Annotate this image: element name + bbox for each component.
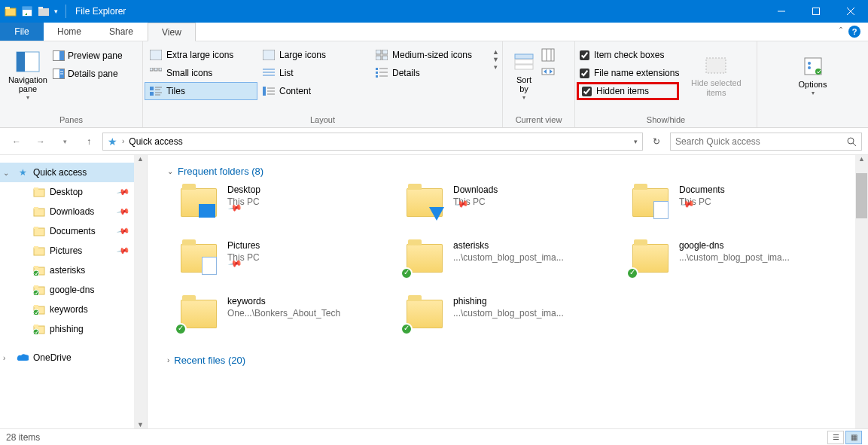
tree-item-asterisks[interactable]: asterisks <box>0 261 147 280</box>
navigation-pane-button[interactable]: Navigation pane ▾ <box>5 44 51 105</box>
preview-pane-icon <box>53 50 65 62</box>
layout-extra-large-icons[interactable]: Extra large icons <box>145 46 257 64</box>
tile-pictures[interactable]: PicturesThis PC📌 <box>178 240 396 276</box>
hide-selected-button[interactable]: Hide selected items <box>687 44 745 105</box>
svg-rect-22 <box>376 56 381 60</box>
details-view-button[interactable]: ☰ <box>827 431 844 444</box>
tab-file[interactable]: File <box>0 23 44 41</box>
search-icon <box>846 136 857 147</box>
options-button[interactable]: Options ▾ <box>790 44 836 105</box>
maximize-button[interactable] <box>799 0 833 23</box>
svg-rect-62 <box>34 209 44 216</box>
svg-rect-21 <box>382 50 388 54</box>
folder-icon <box>178 184 220 221</box>
item-checkboxes-checkbox[interactable]: Item check boxes <box>580 46 679 64</box>
qat-newfolder-icon[interactable] <box>38 5 50 17</box>
tree-item-phishing[interactable]: phishing <box>0 319 147 339</box>
chevron-right-icon[interactable]: › <box>3 354 5 362</box>
recent-locations-button[interactable]: ▾ <box>54 131 75 152</box>
close-button[interactable] <box>833 0 868 23</box>
qat-properties-icon[interactable] <box>21 5 33 17</box>
add-columns-icon[interactable] <box>541 47 556 62</box>
nav-row: ← → ▾ ↑ ★ › Quick access ▾ ↻ Search Quic… <box>0 128 868 155</box>
folder-icon <box>178 240 220 276</box>
hidden-items-checkbox[interactable]: Hidden items <box>577 82 679 100</box>
back-button[interactable]: ← <box>6 131 27 152</box>
svg-rect-19 <box>263 50 275 60</box>
chevron-down-icon[interactable]: ⌄ <box>3 169 9 177</box>
tree-scrollbar[interactable]: ▲▼ <box>134 155 147 428</box>
tile-downloads[interactable]: DownloadsThis PC📌 <box>404 184 622 221</box>
layout-tiles[interactable]: Tiles <box>145 82 257 100</box>
hide-selected-icon <box>704 53 728 77</box>
ribbon-collapse-icon[interactable]: ˆ <box>839 26 842 37</box>
chevron-down-icon: ▾ <box>26 94 29 101</box>
layout-scroll[interactable]: ▲▼▾ <box>491 46 501 73</box>
tree-item-keywords[interactable]: keywords <box>0 300 147 319</box>
folder-icon <box>33 245 45 257</box>
tree-onedrive[interactable]: › OneDrive <box>0 348 147 367</box>
tree-item-downloads[interactable]: Downloads📌 <box>0 202 147 221</box>
tile-keywords[interactable]: keywordsOne...\Bonkers_About_Tech <box>178 296 396 332</box>
help-icon[interactable]: ? <box>848 26 860 38</box>
chevron-right-icon: › <box>167 356 169 364</box>
svg-rect-66 <box>34 248 44 255</box>
details-pane-icon <box>53 68 65 80</box>
tiles-view-button[interactable]: ▦ <box>845 431 862 444</box>
layout-small-icons[interactable]: Small icons <box>145 64 257 82</box>
tab-home[interactable]: Home <box>44 23 96 41</box>
details-pane-button[interactable]: Details pane <box>51 66 124 82</box>
tile-phishing[interactable]: phishing...\custom_blog_post_ima... <box>404 296 622 332</box>
preview-pane-button[interactable]: Preview pane <box>51 47 124 64</box>
qat-dropdown-icon[interactable]: ▾ <box>54 8 58 15</box>
tile-asterisks[interactable]: asterisks...\custom_blog_post_ima... <box>404 240 622 276</box>
tree-item-desktop[interactable]: Desktop📌 <box>0 182 147 202</box>
tile-desktop[interactable]: DesktopThis PC📌 <box>178 184 396 221</box>
forward-button[interactable]: → <box>30 131 51 152</box>
svg-rect-53 <box>706 58 726 73</box>
address-bar[interactable]: ★ › Quick access ▾ <box>102 133 643 151</box>
size-columns-icon[interactable] <box>541 64 556 79</box>
layout-content[interactable]: Content <box>257 82 370 100</box>
tab-view[interactable]: View <box>148 23 196 41</box>
layout-details[interactable]: Details <box>370 64 491 82</box>
folder-icon <box>404 184 446 221</box>
tree-item-google-dns[interactable]: google-dns <box>0 280 147 300</box>
svg-rect-69 <box>34 266 38 268</box>
folder-icon <box>178 296 220 332</box>
section-frequent-folders[interactable]: ⌄ Frequent folders (8) <box>148 155 868 184</box>
svg-rect-5 <box>38 7 43 9</box>
folder-icon <box>33 284 45 296</box>
up-button[interactable]: ↑ <box>78 131 99 152</box>
ribbon-tabs: File Home Share View ˆ ? <box>0 23 868 41</box>
tree-item-pictures[interactable]: Pictures📌 <box>0 241 147 261</box>
tree-quick-access[interactable]: ⌄ ★ Quick access <box>0 163 147 182</box>
address-dropdown-icon[interactable]: ▾ <box>634 138 638 145</box>
status-bar: 28 items ☰ ▦ <box>0 428 868 445</box>
file-extensions-checkbox[interactable]: File name extensions <box>580 64 679 82</box>
svg-rect-65 <box>34 227 38 229</box>
content-pane: ⌄ Frequent folders (8) DesktopThis PC📌Do… <box>148 155 868 428</box>
svg-rect-67 <box>34 246 38 248</box>
content-scrollbar[interactable]: ▲ <box>855 155 868 428</box>
tile-google-dns[interactable]: google-dns...\custom_blog_post_ima... <box>629 240 848 276</box>
svg-point-58 <box>848 138 854 144</box>
layout-list[interactable]: List <box>257 64 370 82</box>
tile-documents[interactable]: DocumentsThis PC📌 <box>629 184 848 221</box>
svg-rect-4 <box>38 8 49 16</box>
svg-rect-49 <box>542 49 554 61</box>
search-box[interactable]: Search Quick access <box>670 133 862 151</box>
layout-large-icons[interactable]: Large icons <box>257 46 370 64</box>
window-title: File Explorer <box>69 6 126 17</box>
address-text: Quick access <box>129 136 182 147</box>
svg-rect-7 <box>813 8 820 15</box>
section-recent-files[interactable]: › Recent files (20) <box>148 332 868 373</box>
layout-medium-icons[interactable]: Medium-sized icons <box>370 46 491 64</box>
minimize-button[interactable] <box>764 0 799 23</box>
tree-item-documents[interactable]: Documents📌 <box>0 221 147 241</box>
tab-share[interactable]: Share <box>96 23 148 41</box>
sort-by-button[interactable]: Sort by ▾ <box>507 44 541 105</box>
folder-icon <box>33 186 45 198</box>
layout-gallery[interactable]: Extra large icons Large icons Medium-siz… <box>145 46 491 100</box>
refresh-button[interactable]: ↻ <box>646 133 667 151</box>
